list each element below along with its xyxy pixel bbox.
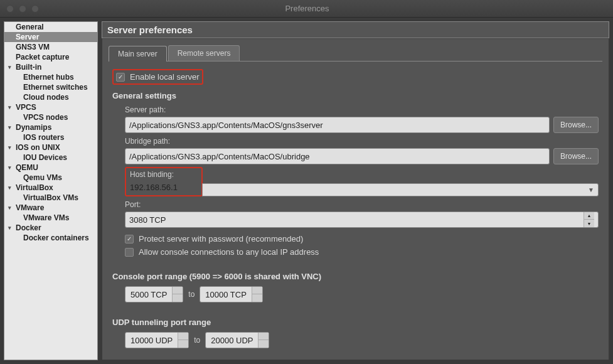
- sidebar-item-ethernet-hubs[interactable]: Ethernet hubs: [4, 72, 97, 82]
- sidebar-item-cloud-nodes[interactable]: Cloud nodes: [4, 92, 97, 102]
- expand-arrow-icon: ▾: [8, 225, 14, 231]
- content-header: Server preferences: [102, 21, 609, 38]
- sidebar-item-label: Cloud nodes: [23, 93, 69, 102]
- expand-arrow-icon: ▾: [8, 64, 14, 70]
- sidebar-item-general[interactable]: General: [4, 22, 97, 32]
- sidebar-item-vmware[interactable]: ▾VMware: [4, 203, 97, 213]
- sidebar-item-label: Docker: [16, 223, 41, 232]
- enable-local-server-highlight: ✓ Enable local server: [112, 69, 203, 85]
- ubridge-path-input[interactable]: [125, 148, 550, 164]
- sidebar-item-built-in[interactable]: ▾Built-in: [4, 62, 97, 72]
- sidebar-item-vmware-vms[interactable]: VMware VMs: [4, 213, 97, 223]
- sidebar-item-ios-on-unix[interactable]: ▾IOS on UNIX: [4, 142, 97, 153]
- port-down-button[interactable]: ▼: [584, 220, 594, 227]
- host-binding-select[interactable]: ▼: [202, 183, 599, 196]
- port-label: Port:: [125, 200, 599, 209]
- titlebar: Preferences: [0, 0, 613, 18]
- sidebar-item-iou-devices[interactable]: IOU Devices: [4, 153, 97, 163]
- allow-console-label: Allow console connections to any local I…: [139, 247, 319, 257]
- sidebar-item-label: Ethernet hubs: [23, 73, 74, 82]
- udp-port-to-input[interactable]: 20000 UDP ▲ ▼: [205, 332, 269, 348]
- sidebar-item-label: GNS3 VM: [16, 43, 50, 51]
- sidebar-item-server[interactable]: Server: [4, 32, 97, 42]
- tab-main-server[interactable]: Main server: [109, 46, 167, 62]
- sidebar-item-label: General: [16, 23, 44, 31]
- sidebar-item-label: Docker containers: [23, 233, 89, 242]
- sidebar-item-vpcs[interactable]: ▾VPCS: [4, 102, 97, 112]
- spinner-down-icon[interactable]: ▼: [178, 340, 188, 348]
- to-label: to: [194, 336, 200, 345]
- chevron-down-icon: ▼: [588, 186, 594, 193]
- general-settings-title: General settings: [112, 91, 599, 100]
- sidebar-item-ethernet-switches[interactable]: Ethernet switches: [4, 82, 97, 92]
- host-binding-value-display: 192.168.56.1: [130, 181, 198, 193]
- sidebar-item-label: VirtualBox VMs: [23, 193, 78, 202]
- spinner-down-icon[interactable]: ▼: [259, 340, 269, 348]
- spinner-down-icon[interactable]: ▼: [173, 294, 183, 302]
- sidebar-item-vpcs-nodes[interactable]: VPCS nodes: [4, 112, 97, 122]
- ubridge-path-browse-button[interactable]: Browse...: [553, 148, 599, 164]
- sidebar-item-virtualbox[interactable]: ▾VirtualBox: [4, 183, 97, 193]
- spinner-up-icon[interactable]: ▲: [173, 287, 183, 294]
- enable-local-server-checkbox[interactable]: ✓: [116, 73, 125, 82]
- sidebar-item-label: IOS routers: [23, 133, 64, 142]
- sidebar-item-virtualbox-vms[interactable]: VirtualBox VMs: [4, 193, 97, 203]
- content: Server preferences Main server Remote se…: [102, 21, 609, 360]
- expand-arrow-icon: ▾: [8, 164, 14, 171]
- console-port-from-input[interactable]: 5000 TCP ▲ ▼: [125, 286, 183, 302]
- window-title: Preferences: [8, 4, 607, 13]
- sidebar-item-ios-routers[interactable]: IOS routers: [4, 132, 97, 142]
- spinner-down-icon[interactable]: ▼: [252, 294, 262, 302]
- sidebar-item-label: VirtualBox: [16, 183, 53, 192]
- port-up-button[interactable]: ▲: [584, 212, 594, 220]
- sidebar-item-dynamips[interactable]: ▾Dynamips: [4, 122, 97, 132]
- sidebar-item-label: Qemu VMs: [23, 173, 62, 182]
- content-body: Main server Remote servers ✓ Enable loca…: [102, 38, 609, 360]
- sidebar-item-label: IOS on UNIX: [16, 143, 60, 152]
- sidebar-item-gns3-vm[interactable]: GNS3 VM: [4, 42, 97, 52]
- protect-password-label: Protect server with password (recommende…: [139, 234, 303, 244]
- sidebar-item-label: Server: [16, 33, 39, 41]
- sidebar-item-docker[interactable]: ▾Docker: [4, 223, 97, 233]
- allow-console-checkbox[interactable]: [125, 248, 134, 257]
- expand-arrow-icon: ▾: [8, 185, 14, 191]
- console-port-to-input[interactable]: 10000 TCP ▲ ▼: [200, 286, 263, 302]
- spinner-up-icon[interactable]: ▲: [259, 333, 269, 340]
- port-input[interactable]: 3080 TCP ▲ ▼: [125, 211, 599, 228]
- sidebar: GeneralServerGNS3 VMPacket capture▾Built…: [4, 21, 98, 360]
- host-binding-highlight: Host binding: 192.168.56.1: [125, 167, 203, 196]
- sidebar-item-label: Packet capture: [16, 53, 69, 62]
- expand-arrow-icon: ▾: [8, 104, 14, 110]
- sidebar-item-docker-containers[interactable]: Docker containers: [4, 233, 97, 243]
- expand-arrow-icon: ▾: [8, 205, 14, 211]
- tab-remote-servers[interactable]: Remote servers: [168, 45, 240, 61]
- sidebar-item-label: QEMU: [16, 163, 38, 172]
- expand-arrow-icon: ▾: [8, 144, 14, 151]
- host-binding-label: Host binding:: [130, 170, 198, 179]
- protect-password-checkbox[interactable]: ✓: [125, 235, 134, 244]
- sidebar-item-label: VPCS: [16, 103, 36, 112]
- console-port-range-title: Console port range (5900 => 6000 is shar…: [112, 272, 599, 281]
- spinner-up-icon[interactable]: ▲: [252, 287, 262, 294]
- spinner-up-icon[interactable]: ▲: [178, 333, 188, 340]
- sidebar-item-qemu[interactable]: ▾QEMU: [4, 163, 97, 173]
- tab-content: ✓ Enable local server General settings S…: [109, 61, 602, 348]
- sidebar-item-label: VMware VMs: [23, 213, 69, 222]
- udp-tunneling-title: UDP tunneling port range: [112, 318, 599, 327]
- sidebar-item-qemu-vms[interactable]: Qemu VMs: [4, 173, 97, 183]
- sidebar-item-label: Built-in: [16, 63, 41, 72]
- ubridge-path-label: Ubridge path:: [125, 137, 599, 146]
- expand-arrow-icon: ▾: [8, 124, 14, 131]
- sidebar-item-packet-capture[interactable]: Packet capture: [4, 52, 97, 62]
- sidebar-item-label: VMware: [16, 203, 44, 212]
- server-path-input[interactable]: [125, 117, 550, 133]
- udp-port-from-input[interactable]: 10000 UDP ▲ ▼: [125, 332, 189, 348]
- sidebar-item-label: VPCS nodes: [23, 113, 68, 122]
- server-path-browse-button[interactable]: Browse...: [553, 117, 599, 133]
- sidebar-item-label: Ethernet switches: [23, 83, 88, 92]
- sidebar-item-label: Dynamips: [16, 123, 51, 132]
- server-path-label: Server path:: [125, 105, 599, 114]
- tabs: Main server Remote servers: [109, 45, 602, 61]
- to-label: to: [188, 290, 195, 299]
- enable-local-server-label: Enable local server: [130, 72, 200, 82]
